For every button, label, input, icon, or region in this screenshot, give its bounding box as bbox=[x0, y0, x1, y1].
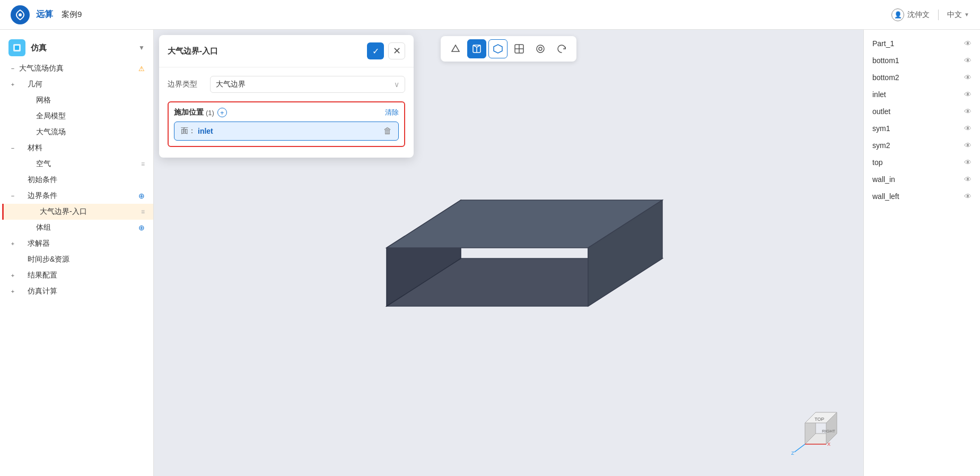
sidebar-item-body-group[interactable]: · 体组 ⊕ bbox=[0, 220, 153, 236]
visibility-icon[interactable]: 👁 bbox=[964, 90, 972, 99]
right-item-name: inlet bbox=[872, 90, 959, 99]
boundary-type-value: 大气边界 bbox=[216, 80, 246, 89]
sidebar-collapse-icon[interactable]: ▼ bbox=[138, 44, 145, 51]
sidebar-item-sim-calc[interactable]: + 仿真计算 bbox=[0, 283, 153, 299]
add-body-icon[interactable]: ⊕ bbox=[138, 223, 145, 232]
visibility-icon[interactable]: 👁 bbox=[964, 175, 972, 184]
sidebar-item-label: 全局模型 bbox=[19, 111, 145, 121]
sidebar-item-label: 求解器 bbox=[19, 239, 145, 248]
lang-label: 中文 bbox=[947, 10, 962, 20]
sidebar-item-mesh[interactable]: · 网格 bbox=[0, 92, 153, 108]
svg-text:RIGHT: RIGHT bbox=[822, 429, 835, 434]
right-panel: Part_1 👁 bottom1 👁 bottom2 👁 inlet 👁 out… bbox=[863, 30, 980, 476]
right-item-part1[interactable]: Part_1 👁 bbox=[864, 35, 980, 52]
apply-position-area: 施加位置 (1) + 清除 面： inlet 🗑 bbox=[168, 101, 405, 147]
modal-title: 大气边界-入口 bbox=[168, 46, 363, 56]
visibility-icon[interactable]: 👁 bbox=[964, 124, 972, 133]
expand-icon[interactable]: + bbox=[8, 287, 17, 296]
sidebar-item-label: 体组 bbox=[19, 223, 134, 232]
lang-chevron-icon: ▼ bbox=[964, 12, 969, 18]
sidebar-item-time-step[interactable]: · 时间步&资源 bbox=[0, 252, 153, 267]
language-selector[interactable]: 中文 ▼ bbox=[947, 10, 969, 20]
sidebar-item-result-config[interactable]: + 结果配置 bbox=[0, 267, 153, 283]
right-item-bottom1[interactable]: bottom1 👁 bbox=[864, 52, 980, 69]
sidebar-item-label: 大气流场 bbox=[19, 127, 145, 137]
expand-icon[interactable]: + bbox=[8, 80, 17, 89]
boundary-type-label: 边界类型 bbox=[168, 80, 210, 89]
sidebar-title: 仿真 bbox=[31, 43, 133, 53]
delete-item-button[interactable]: 🗑 bbox=[383, 126, 392, 136]
sidebar-item-air[interactable]: · 空气 ≡ bbox=[0, 156, 153, 172]
sidebar: 仿真 ▼ − 大气流场仿真 ⚠ + 几何 · 网格 · 全局模型 · 大气流场 … bbox=[0, 30, 154, 476]
right-item-name: sym1 bbox=[872, 124, 959, 133]
boundary-modal: 大气边界-入口 ✓ ✕ 边界类型 大气边界 ∨ 施加位置 (1) bbox=[159, 35, 414, 158]
svg-point-0 bbox=[19, 13, 22, 16]
sidebar-item-label: 边界条件 bbox=[19, 191, 134, 201]
right-item-name: sym2 bbox=[872, 141, 959, 150]
visibility-icon[interactable]: 👁 bbox=[964, 56, 972, 65]
apply-position-label: 施加位置 bbox=[174, 108, 204, 117]
right-item-bottom2[interactable]: bottom2 👁 bbox=[864, 69, 980, 86]
sidebar-item-global-model[interactable]: · 全局模型 bbox=[0, 108, 153, 124]
right-item-outlet[interactable]: outlet 👁 bbox=[864, 103, 980, 120]
add-boundary-icon[interactable]: ⊕ bbox=[138, 192, 145, 200]
svg-rect-2 bbox=[15, 46, 19, 50]
sidebar-item-material[interactable]: − 材料 bbox=[0, 140, 153, 156]
expand-icon[interactable]: + bbox=[8, 239, 17, 248]
sidebar-item-solver[interactable]: + 求解器 bbox=[0, 236, 153, 252]
clear-position-button[interactable]: 清除 bbox=[385, 108, 399, 117]
modal-confirm-button[interactable]: ✓ bbox=[367, 42, 384, 59]
boundary-type-select[interactable]: 大气边界 ∨ bbox=[210, 76, 405, 93]
visibility-icon[interactable]: 👁 bbox=[964, 107, 972, 116]
expand-icon[interactable]: − bbox=[8, 192, 17, 200]
right-item-sym2[interactable]: sym2 👁 bbox=[864, 137, 980, 154]
modal-header: 大气边界-入口 ✓ ✕ bbox=[159, 35, 414, 67]
orientation-cube[interactable]: TOP RIGHT Z X bbox=[789, 402, 853, 465]
sidebar-item-label: 几何 bbox=[19, 80, 145, 89]
sidebar-header: 仿真 ▼ bbox=[0, 35, 153, 60]
right-item-name: bottom1 bbox=[872, 56, 959, 65]
menu-icon[interactable]: ≡ bbox=[141, 208, 145, 215]
right-item-inlet[interactable]: inlet 👁 bbox=[864, 86, 980, 103]
sidebar-item-boundary-cond[interactable]: − 边界条件 ⊕ bbox=[0, 188, 153, 204]
visibility-icon[interactable]: 👁 bbox=[964, 158, 972, 167]
sidebar-item-label: 初始条件 bbox=[19, 175, 145, 185]
modal-close-button[interactable]: ✕ bbox=[388, 42, 405, 59]
app-logo bbox=[11, 5, 30, 24]
add-position-button[interactable]: + bbox=[217, 108, 227, 117]
right-item-name: top bbox=[872, 158, 959, 167]
user-name: 沈仲文 bbox=[907, 10, 930, 20]
sidebar-item-label: 大气流场仿真 bbox=[19, 64, 134, 73]
right-item-wall-in[interactable]: wall_in 👁 bbox=[864, 171, 980, 188]
sidebar-item-geometry[interactable]: + 几何 bbox=[0, 76, 153, 92]
expand-icon[interactable]: − bbox=[8, 144, 17, 152]
case-title: 案例9 bbox=[62, 10, 82, 20]
sidebar-item-atmosphere[interactable]: − 大气流场仿真 ⚠ bbox=[0, 60, 153, 76]
header-divider bbox=[938, 10, 939, 20]
item-name: inlet bbox=[198, 127, 213, 135]
visibility-icon[interactable]: 👁 bbox=[964, 141, 972, 150]
sidebar-item-atm-inlet[interactable]: · 大气边界-入口 ≡ bbox=[2, 204, 153, 220]
menu-icon[interactable]: ≡ bbox=[141, 160, 145, 168]
boundary-type-row: 边界类型 大气边界 ∨ bbox=[168, 76, 405, 93]
visibility-icon[interactable]: 👁 bbox=[964, 73, 972, 82]
visibility-icon[interactable]: 👁 bbox=[964, 39, 972, 48]
sidebar-item-label: 时间步&资源 bbox=[19, 255, 145, 264]
sidebar-item-initial-cond[interactable]: · 初始条件 bbox=[0, 172, 153, 188]
user-info: 👤 沈仲文 bbox=[891, 8, 930, 21]
boundary-type-chevron-icon: ∨ bbox=[394, 80, 399, 89]
header: 远算 案例9 👤 沈仲文 中文 ▼ bbox=[0, 0, 980, 30]
sidebar-item-atmosphere-field[interactable]: · 大气流场 bbox=[0, 124, 153, 140]
user-avatar-icon: 👤 bbox=[891, 8, 904, 21]
right-item-sym1[interactable]: sym1 👁 bbox=[864, 120, 980, 137]
sidebar-item-label: 网格 bbox=[19, 96, 145, 105]
expand-icon[interactable]: − bbox=[8, 64, 17, 73]
expand-icon[interactable]: + bbox=[8, 271, 17, 280]
selection-header: 施加位置 (1) + 清除 bbox=[174, 108, 399, 117]
right-item-wall-left[interactable]: wall_left 👁 bbox=[864, 188, 980, 205]
right-item-name: wall_left bbox=[872, 192, 959, 201]
svg-text:X: X bbox=[827, 442, 830, 447]
right-item-top[interactable]: top 👁 bbox=[864, 154, 980, 171]
right-item-name: Part_1 bbox=[872, 39, 959, 48]
visibility-icon[interactable]: 👁 bbox=[964, 192, 972, 201]
